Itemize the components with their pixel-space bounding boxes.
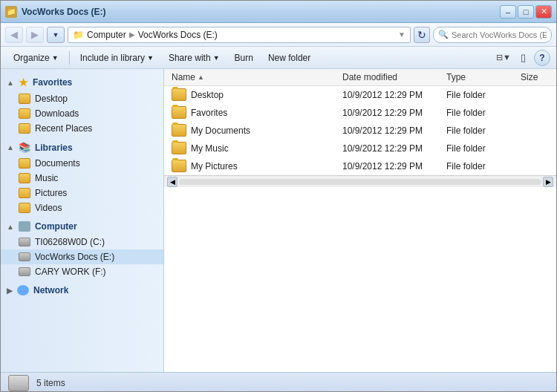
table-row[interactable]: My Pictures 10/9/2012 12:29 PM File fold…: [164, 157, 556, 175]
share-chevron: ▼: [213, 54, 220, 62]
sidebar-item-drive-c[interactable]: TI06268W0D (C:): [1, 235, 163, 249]
col-header-size[interactable]: Size: [521, 72, 549, 82]
file-name-label: My Music: [191, 143, 229, 154]
file-date-cell: 10/9/2012 12:29 PM: [342, 161, 446, 172]
close-button[interactable]: ✕: [535, 5, 552, 19]
computer-icon: [19, 221, 30, 232]
view-toggle-button[interactable]: ⊟▼: [495, 50, 512, 66]
sidebar-computer-header[interactable]: ▲ Computer: [1, 218, 163, 235]
sidebar-favorites-header[interactable]: ▲ ★ Favorites: [1, 74, 163, 91]
music-folder-icon: [19, 173, 30, 183]
col-header-date[interactable]: Date modified: [342, 72, 446, 82]
new-folder-button[interactable]: New folder: [261, 50, 317, 66]
folder-icon: [172, 160, 186, 172]
search-box[interactable]: 🔍: [433, 27, 552, 43]
favorites-expand-icon: ▲: [7, 79, 14, 87]
sidebar-libraries-header[interactable]: ▲ 📚 Libraries: [1, 139, 163, 156]
downloads-label: Downloads: [35, 108, 79, 119]
videos-folder-icon: [19, 203, 30, 213]
sidebar-computer-section: ▲ Computer TI06268W0D (C:) VocWorks Docs…: [1, 218, 163, 279]
table-row[interactable]: Desktop 10/9/2012 12:29 PM File folder: [164, 86, 556, 104]
folder-icon: [172, 106, 186, 119]
sidebar-favorites-section: ▲ ★ Favorites Desktop Downloads Recent P…: [1, 74, 163, 136]
file-name-label: My Pictures: [191, 161, 238, 172]
file-date-cell: 10/9/2012 12:29 PM: [342, 143, 446, 154]
file-type-cell: File folder: [446, 143, 521, 154]
organize-button[interactable]: Organize ▼: [7, 50, 65, 66]
burn-button[interactable]: Burn: [228, 50, 260, 66]
sidebar: ▲ ★ Favorites Desktop Downloads Recent P…: [1, 69, 164, 372]
search-input[interactable]: [452, 30, 547, 39]
sidebar-item-music[interactable]: Music: [1, 171, 163, 186]
file-name-cell: Favorites: [172, 106, 342, 119]
minimize-button[interactable]: –: [500, 5, 516, 19]
toolbar-sep-1: [69, 51, 70, 65]
table-row[interactable]: My Documents 10/9/2012 12:29 PM File fol…: [164, 122, 556, 140]
sidebar-network-section: ▶ Network: [1, 282, 163, 298]
file-name-cell: Desktop: [172, 88, 342, 101]
address-bar[interactable]: 📁 Computer ▶ VocWorks Docs (E:) ▼: [68, 27, 411, 43]
col-header-type[interactable]: Type: [446, 72, 521, 82]
toolbar-right: ⊟▼ ▯ ?: [495, 50, 550, 66]
share-with-button[interactable]: Share with ▼: [162, 50, 227, 66]
sidebar-item-videos[interactable]: Videos: [1, 200, 163, 215]
scroll-right-button[interactable]: ▶: [543, 177, 553, 187]
file-type-cell: File folder: [446, 161, 521, 172]
sidebar-item-drive-e[interactable]: VocWorks Docs (E:): [1, 249, 163, 264]
sidebar-item-recent-places[interactable]: Recent Places: [1, 121, 163, 136]
sidebar-item-downloads[interactable]: Downloads: [1, 106, 163, 121]
favorites-star-icon: ★: [19, 76, 28, 88]
sidebar-item-documents[interactable]: Documents: [1, 156, 163, 171]
address-sep1: ▶: [129, 30, 135, 39]
address-computer: 📁: [73, 30, 84, 40]
network-label: Network: [33, 285, 68, 295]
address-part2: VocWorks Docs (E:): [138, 30, 218, 40]
sort-arrow: ▲: [198, 74, 204, 81]
col-header-name[interactable]: Name ▲: [172, 72, 342, 82]
column-headers: Name ▲ Date modified Type Size: [164, 69, 556, 86]
recent-button[interactable]: ▼: [47, 27, 65, 43]
include-library-button[interactable]: Include in library ▼: [74, 50, 160, 66]
downloads-folder-icon: [19, 108, 30, 119]
sidebar-item-pictures[interactable]: Pictures: [1, 186, 163, 200]
drive-c-label: TI06268W0D (C:): [35, 237, 105, 247]
help-button[interactable]: ?: [534, 50, 550, 66]
desktop-label: Desktop: [35, 94, 68, 104]
back-button[interactable]: ◀: [5, 27, 23, 43]
forward-button[interactable]: ▶: [26, 27, 44, 43]
desktop-folder-icon: [19, 94, 30, 104]
folder-icon: [172, 88, 186, 101]
status-item-count: 5 items: [36, 378, 65, 388]
sidebar-item-drive-f[interactable]: CARY WORK (F:): [1, 264, 163, 279]
title-bar-left: 📁 VocWorks Docs (E:): [5, 6, 106, 18]
videos-label: Videos: [35, 203, 62, 213]
table-row[interactable]: Favorites 10/9/2012 12:29 PM File folder: [164, 104, 556, 122]
address-chevron: ▼: [398, 30, 405, 39]
sidebar-network-header[interactable]: ▶ Network: [1, 282, 163, 298]
network-icon: [17, 285, 29, 295]
window-icon: 📁: [5, 6, 17, 18]
scroll-left-button[interactable]: ◀: [167, 177, 177, 187]
preview-pane-button[interactable]: ▯: [515, 50, 531, 66]
file-date-cell: 10/9/2012 12:29 PM: [342, 108, 446, 118]
file-list: Desktop 10/9/2012 12:29 PM File folder F…: [164, 86, 556, 175]
toolbar-row: Organize ▼ Include in library ▼ Share wi…: [1, 47, 556, 69]
file-name-label: Desktop: [191, 90, 224, 100]
computer-expand-icon: ▲: [7, 223, 14, 231]
file-name-cell: My Pictures: [172, 160, 342, 172]
table-row[interactable]: My Music 10/9/2012 12:29 PM File folder: [164, 140, 556, 157]
sidebar-item-desktop[interactable]: Desktop: [1, 91, 163, 106]
recent-places-label: Recent Places: [35, 123, 92, 134]
horizontal-scrollbar[interactable]: ◀ ▶: [164, 175, 556, 187]
include-chevron: ▼: [147, 54, 154, 62]
file-name-cell: My Music: [172, 142, 342, 154]
file-name-cell: My Documents: [172, 124, 342, 137]
libraries-expand-icon: ▲: [7, 143, 14, 151]
content-pane[interactable]: Name ▲ Date modified Type Size Desktop 1…: [164, 69, 556, 372]
refresh-button[interactable]: ↻: [414, 27, 430, 43]
pictures-folder-icon: [19, 188, 30, 198]
status-drive-icon: [8, 375, 29, 391]
drive-f-label: CARY WORK (F:): [35, 267, 106, 277]
maximize-button[interactable]: □: [518, 5, 534, 19]
file-date-cell: 10/9/2012 12:29 PM: [342, 90, 446, 100]
